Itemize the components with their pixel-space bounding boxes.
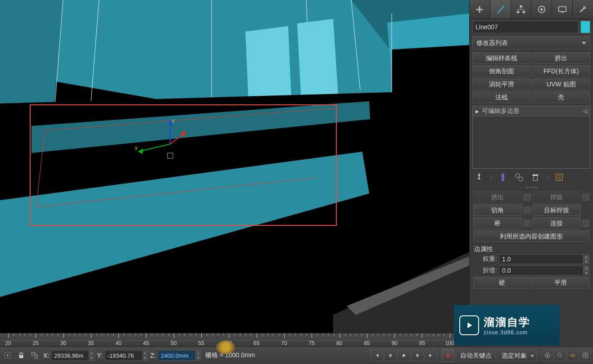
coord-z-label: Z: xyxy=(149,352,157,359)
set-keys-icon[interactable] xyxy=(442,349,454,362)
svg-rect-35 xyxy=(517,11,520,13)
coord-x-label: X: xyxy=(42,352,50,359)
coord-y-input[interactable] xyxy=(104,350,148,361)
timeline-label: 70 xyxy=(281,340,287,346)
btn-uvw-map[interactable]: UVW 贴图 xyxy=(532,78,591,90)
separator: | xyxy=(547,174,548,180)
btn-chamfer-profile[interactable]: 倒角剖面 xyxy=(472,65,531,77)
prev-frame-icon[interactable] xyxy=(384,350,397,361)
btn-extrude-edge[interactable]: 挤出 xyxy=(473,191,522,203)
lock-icon[interactable] xyxy=(15,350,27,361)
pan-icon[interactable] xyxy=(542,350,553,361)
zoom-icon[interactable] xyxy=(554,350,566,361)
svg-point-48 xyxy=(7,355,9,356)
absolute-transform-icon[interactable] xyxy=(29,350,41,361)
timeline[interactable]: 20253035404550556065707580859095100 xyxy=(0,333,469,346)
make-unique-icon[interactable] xyxy=(514,172,524,182)
object-name-input[interactable] xyxy=(472,21,579,33)
svg-rect-40 xyxy=(561,12,564,13)
crease-input[interactable] xyxy=(499,265,589,275)
btn-create-shape[interactable]: 利用所选内容创建图形 xyxy=(473,230,589,242)
coord-x-spinner[interactable]: ▲▼ xyxy=(89,350,94,361)
coord-x-input[interactable] xyxy=(51,350,94,361)
timeline-label: 35 xyxy=(88,340,94,346)
motion-tab[interactable] xyxy=(531,0,552,18)
timeline-label: 65 xyxy=(253,340,259,346)
coord-y: Y: ▲▼ xyxy=(96,350,147,361)
timeline-label: 80 xyxy=(336,340,342,346)
edit-edges-rollout: 挤出 焊接 切角 目标焊接 桥 连接 利用所选内容创建图形 边属性 权重: ▲▼ xyxy=(470,189,593,290)
svg-point-53 xyxy=(558,353,561,357)
btn-chamfer[interactable]: 切角 xyxy=(473,204,522,216)
show-end-result-icon[interactable] xyxy=(498,172,508,182)
orbit-icon[interactable] xyxy=(567,350,579,361)
btn-shell[interactable]: 壳 xyxy=(532,91,591,103)
play-icon[interactable] xyxy=(398,350,410,361)
selection-lock-toggle-icon[interactable] xyxy=(2,350,14,361)
timeline-label: 50 xyxy=(171,340,177,346)
weight-input[interactable] xyxy=(499,254,589,264)
btn-ffd-box[interactable]: FFD(长方体) xyxy=(532,65,591,77)
btn-hard[interactable]: 硬 xyxy=(473,277,531,288)
svg-point-38 xyxy=(540,8,543,11)
extrude-settings-icon[interactable] xyxy=(524,193,531,201)
separator: | xyxy=(490,174,492,180)
coord-y-label: Y: xyxy=(96,352,103,359)
timeline-label: 45 xyxy=(143,340,149,346)
bridge-settings-icon[interactable] xyxy=(524,220,531,227)
goto-end-icon[interactable] xyxy=(425,350,437,361)
btn-normal[interactable]: 法线 xyxy=(472,91,531,103)
display-tab[interactable] xyxy=(552,0,573,18)
btn-connect[interactable]: 连接 xyxy=(532,217,581,229)
timeline-label: 20 xyxy=(5,340,11,346)
svg-text:z: z xyxy=(172,118,175,123)
btn-edit-spline[interactable]: 编辑样条线 xyxy=(472,52,531,64)
coord-z-input[interactable] xyxy=(158,350,201,361)
watermark-play-icon xyxy=(459,315,479,335)
connect-settings-icon[interactable] xyxy=(582,220,589,227)
next-frame-icon[interactable] xyxy=(411,350,424,361)
goto-start-icon[interactable] xyxy=(371,350,383,361)
modifier-list-dropdown[interactable]: 修改器列表 xyxy=(472,36,590,49)
svg-rect-49 xyxy=(19,355,23,358)
maximize-viewport-icon[interactable] xyxy=(579,350,591,361)
modifier-stack[interactable]: ▶ 可编辑多边形 ◁ xyxy=(472,106,590,169)
svg-rect-51 xyxy=(35,356,38,359)
coord-z-spinner[interactable]: ▲▼ xyxy=(195,350,201,361)
stack-editable-poly[interactable]: ▶ 可编辑多边形 ◁ xyxy=(473,106,590,117)
btn-turbosmooth[interactable]: 涡轮平滑 xyxy=(472,78,531,90)
auto-key-button[interactable]: 自动关键点 xyxy=(456,350,496,361)
create-tab[interactable] xyxy=(470,0,490,18)
btn-weld[interactable]: 焊接 xyxy=(532,191,581,203)
modify-tab[interactable] xyxy=(490,0,511,18)
configure-sets-icon[interactable] xyxy=(554,172,564,182)
weld-settings-icon[interactable] xyxy=(582,193,589,201)
key-filter-label: 选定对象 xyxy=(502,352,527,359)
transport-controls xyxy=(371,350,437,361)
object-color-swatch[interactable] xyxy=(580,21,590,33)
viewport-3d[interactable]: z y xyxy=(0,0,469,333)
viewport-nav xyxy=(542,350,591,361)
hierarchy-tab[interactable] xyxy=(511,0,532,18)
cursor-highlight xyxy=(216,341,235,354)
remove-modifier-icon[interactable] xyxy=(530,172,540,182)
btn-target-weld[interactable]: 目标焊接 xyxy=(532,204,581,216)
timeline-label: 100 xyxy=(445,340,454,346)
weight-label: 权重: xyxy=(473,255,497,263)
crease-spinner[interactable]: ▲▼ xyxy=(583,265,589,275)
watermark-title: 溜溜自学 xyxy=(484,315,530,329)
btn-bridge[interactable]: 桥 xyxy=(473,217,522,229)
btn-extrude[interactable]: 挤出 xyxy=(532,52,591,64)
svg-rect-44 xyxy=(534,175,538,180)
rollout-drag-bar[interactable] xyxy=(470,185,593,189)
utilities-tab[interactable] xyxy=(573,0,593,18)
expand-icon[interactable]: ▶ xyxy=(475,109,479,114)
key-filters-dropdown[interactable]: 选定对象 xyxy=(498,350,537,361)
chamfer-settings-icon[interactable] xyxy=(524,207,531,214)
btn-smooth[interactable]: 平滑 xyxy=(532,277,590,288)
pin-stack-icon[interactable] xyxy=(474,172,484,182)
coord-y-spinner[interactable]: ▲▼ xyxy=(142,350,148,361)
svg-rect-36 xyxy=(523,11,525,13)
weight-spinner[interactable]: ▲▼ xyxy=(583,254,589,264)
command-panel-tabs xyxy=(470,0,593,19)
